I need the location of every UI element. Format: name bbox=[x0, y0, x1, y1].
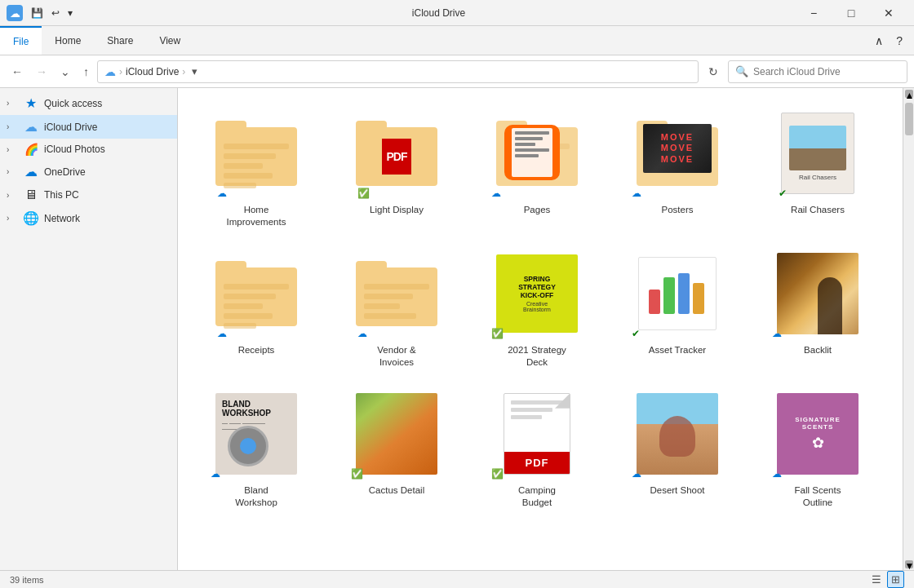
minimize-button[interactable]: − bbox=[795, 0, 832, 26]
expand-arrow-icloud: › bbox=[7, 122, 18, 131]
file-thumbnail: MOVEMOVEMOVE ☁ bbox=[632, 108, 723, 199]
file-thumbnail: ☁ bbox=[772, 248, 863, 339]
file-name: Desert Shoot bbox=[650, 484, 704, 497]
sidebar: › ★ Quick access › ☁ iCloud Drive › 🌈 iC… bbox=[0, 88, 178, 570]
list-item[interactable]: SPRINGSTRATEGYKICK-OFF CreativeBrainstor… bbox=[472, 241, 602, 375]
app-icon: ☁ bbox=[7, 5, 23, 21]
list-item[interactable]: PDF ✅ Light Display bbox=[331, 101, 462, 235]
rail-text: Rail Chasers bbox=[799, 174, 836, 181]
scroll-up-arrow[interactable]: ▲ bbox=[905, 90, 913, 98]
sidebar-item-icloud-drive[interactable]: › ☁ iCloud Drive bbox=[0, 115, 177, 139]
file-thumbnail: PDF ✅ bbox=[491, 388, 583, 480]
refresh-button[interactable]: ↻ bbox=[702, 62, 725, 82]
content-area: ☁ HomeImprovements PDF ✅ Light Display bbox=[178, 88, 903, 570]
path-dropdown-button[interactable]: ▾ bbox=[192, 65, 197, 77]
sidebar-item-network[interactable]: › 🌐 Network bbox=[0, 206, 177, 230]
view-list-button[interactable]: ☰ bbox=[867, 571, 885, 588]
file-name: BlandWorkshop bbox=[235, 484, 277, 509]
list-item[interactable]: ☁ Receipts bbox=[191, 241, 322, 375]
list-item[interactable]: Rail Chasers ✔ Rail Chasers bbox=[752, 101, 883, 235]
file-status-icon: ☁ bbox=[357, 328, 367, 339]
network-icon: 🌐 bbox=[23, 210, 39, 226]
list-item[interactable]: BLANDWORKSHOP — —— ———— —————— ☁ BlandWo… bbox=[191, 382, 322, 515]
list-item[interactable]: ☁ Pages bbox=[472, 101, 602, 235]
path-chevron: › bbox=[119, 66, 122, 77]
list-item[interactable]: ✔ Asset Tracker bbox=[612, 241, 743, 375]
recent-locations-button[interactable]: ⌄ bbox=[55, 62, 75, 82]
list-item[interactable]: ☁ HomeImprovements bbox=[191, 101, 322, 235]
back-button[interactable]: ← bbox=[7, 62, 28, 82]
sidebar-item-icloud-photos[interactable]: › 🌈 iCloud Photos bbox=[0, 139, 177, 160]
svg-text:☁: ☁ bbox=[10, 7, 20, 20]
file-status-icon: ☁ bbox=[491, 188, 501, 199]
ribbon-expand-button[interactable]: ∧ bbox=[870, 33, 888, 49]
ribbon: File Home Share View ∧ ? bbox=[0, 26, 914, 55]
search-input[interactable] bbox=[753, 66, 900, 77]
file-thumbnail: SPRINGSTRATEGYKICK-OFF CreativeBrainstor… bbox=[491, 248, 583, 339]
file-name: Rail Chasers bbox=[791, 204, 845, 216]
file-status-icon: ✅ bbox=[357, 188, 370, 199]
folder-icon-receipts bbox=[215, 261, 297, 326]
qat-save-button[interactable]: 💾 bbox=[28, 6, 47, 20]
file-name: Fall ScentsOutline bbox=[795, 484, 841, 509]
tab-file[interactable]: File bbox=[0, 26, 42, 55]
folder-icon bbox=[215, 121, 297, 186]
folder-pdf-icon: PDF bbox=[356, 121, 437, 186]
strategy-sub: CreativeBrainstorm bbox=[523, 301, 551, 312]
list-item[interactable]: SIGNATURESCENTS ✿ ☁ Fall ScentsOutline bbox=[752, 382, 883, 515]
cactus-thumb bbox=[356, 393, 437, 475]
list-item[interactable]: ☁ Desert Shoot bbox=[612, 382, 743, 515]
scroll-down-arrow[interactable]: ▼ bbox=[905, 560, 913, 568]
list-item[interactable]: ✅ Cactus Detail bbox=[331, 382, 462, 515]
tab-view[interactable]: View bbox=[146, 26, 193, 55]
signature-decoration: ✿ bbox=[812, 434, 824, 452]
file-status-icon: ✔ bbox=[632, 328, 640, 339]
file-status-icon: ✅ bbox=[491, 468, 504, 480]
quick-access-icon: ★ bbox=[23, 95, 39, 111]
view-grid-button[interactable]: ⊞ bbox=[887, 571, 904, 588]
list-item[interactable]: PDF ✅ CampingBudget bbox=[472, 382, 602, 515]
file-thumbnail: ✔ bbox=[632, 248, 723, 339]
rail-chasers-thumb: Rail Chasers bbox=[781, 113, 854, 194]
tab-home[interactable]: Home bbox=[42, 26, 94, 55]
file-status-icon: ✔ bbox=[779, 188, 787, 199]
sidebar-label-onedrive: OneDrive bbox=[44, 166, 86, 178]
sidebar-item-this-pc[interactable]: › 🖥 This PC bbox=[0, 183, 177, 206]
poster-preview: MOVEMOVEMOVE bbox=[643, 124, 712, 173]
ribbon-help-button[interactable]: ? bbox=[891, 33, 907, 49]
maximize-button[interactable]: □ bbox=[832, 0, 870, 26]
file-status-icon: ☁ bbox=[217, 328, 227, 339]
list-item[interactable]: MOVEMOVEMOVE ☁ Posters bbox=[612, 101, 743, 235]
file-name: Receipts bbox=[238, 344, 275, 356]
forward-button[interactable]: → bbox=[31, 62, 52, 82]
svg-rect-4 bbox=[678, 273, 690, 314]
up-button[interactable]: ↑ bbox=[78, 62, 94, 82]
qat-undo-button[interactable]: ↩ bbox=[48, 6, 63, 20]
rail-image bbox=[789, 126, 846, 170]
file-name: Asset Tracker bbox=[649, 344, 706, 356]
bland-device bbox=[228, 426, 268, 466]
address-path[interactable]: ☁ › iCloud Drive › ▾ bbox=[97, 60, 699, 83]
file-thumbnail: ☁ bbox=[491, 108, 583, 199]
file-thumbnail: Rail Chasers ✔ bbox=[772, 108, 863, 199]
sidebar-item-quick-access[interactable]: › ★ Quick access bbox=[0, 91, 177, 115]
svg-rect-3 bbox=[663, 277, 675, 314]
view-toggle: ☰ ⊞ bbox=[867, 571, 904, 588]
list-item[interactable]: ☁ Vendor &Invoices bbox=[331, 241, 462, 375]
qat-dropdown-button[interactable]: ▾ bbox=[64, 6, 76, 20]
file-status-icon: ☁ bbox=[772, 328, 782, 339]
close-button[interactable]: ✕ bbox=[870, 0, 907, 26]
file-status-icon: ✅ bbox=[351, 468, 363, 480]
sidebar-item-onedrive[interactable]: › ☁ OneDrive bbox=[0, 160, 177, 183]
ribbon-help-area: ∧ ? bbox=[863, 26, 914, 55]
svg-rect-2 bbox=[649, 290, 660, 314]
scroll-thumb[interactable] bbox=[905, 103, 913, 135]
strategy-text: SPRINGSTRATEGYKICK-OFF bbox=[518, 275, 556, 300]
scrollbar-track[interactable]: ▲ ▼ bbox=[903, 88, 914, 570]
search-box: 🔍 bbox=[728, 60, 907, 83]
list-item[interactable]: ☁ Backlit bbox=[752, 241, 883, 375]
tab-share[interactable]: Share bbox=[94, 26, 146, 55]
bland-thumb: BLANDWORKSHOP — —— ———— —————— bbox=[215, 393, 297, 475]
pdf-badge: PDF bbox=[382, 139, 411, 175]
poster-text: MOVEMOVEMOVE bbox=[661, 132, 694, 165]
